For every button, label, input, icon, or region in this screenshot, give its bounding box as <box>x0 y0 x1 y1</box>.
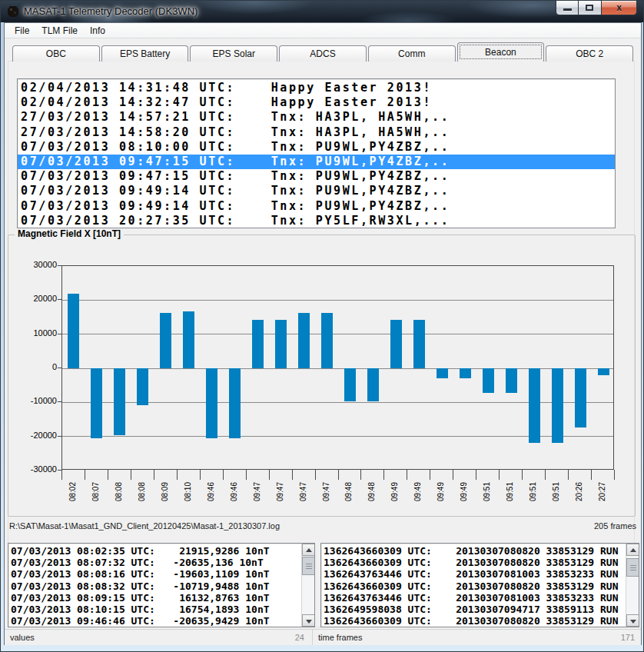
values-list[interactable]: 07/03/2013 08:02:35 UTC: 21915,9286 10nT… <box>8 543 315 627</box>
beacon-list-row[interactable]: 07/03/2013 09:49:14 UTC: Tnx: PU9WL,PY4Z… <box>18 184 615 198</box>
status-frames-count: 171 <box>621 633 635 642</box>
beacon-list-row[interactable]: 27/03/2013 14:58:20 UTC: Tnx: HA3PL, HA5… <box>18 125 615 140</box>
scroll-down-button[interactable] <box>626 614 639 627</box>
frames-list-rows: 1362643660309 UTC: 20130307080820 338531… <box>321 545 639 627</box>
tab-adcs[interactable]: ADCS <box>279 45 367 62</box>
beacon-list-row[interactable]: 07/03/2013 09:49:14 UTC: Tnx: PU9WL,PY4Z… <box>18 199 615 214</box>
beacon-list-row[interactable]: 07/03/2013 08:10:00 UTC: Tnx: PU9WL,PY4Z… <box>18 140 615 155</box>
status-values-count: 24 <box>295 633 304 642</box>
tab-beacon[interactable]: Beacon <box>457 42 545 62</box>
values-list-scrollbar[interactable] <box>301 544 314 627</box>
frames-list-row[interactable]: 1362649598038 UTC: 20130307094717 338591… <box>321 604 639 615</box>
tab-obc-2[interactable]: OBC 2 <box>546 45 633 62</box>
status-values-panel: values 24 <box>5 630 313 645</box>
scroll-down-button[interactable] <box>302 614 315 627</box>
arrow-up-icon <box>630 548 636 552</box>
beacon-list-row[interactable]: 07/03/2013 09:47:15 UTC: Tnx: PU9WL,PY4Z… <box>18 169 615 184</box>
arrow-down-icon <box>306 620 312 624</box>
frames-list-scrollbar[interactable] <box>626 544 639 627</box>
beacon-list-row[interactable]: 27/03/2013 14:57:21 UTC: Tnx: HA3PL, HA5… <box>18 110 615 125</box>
status-bar: values 24 time frames 171 <box>5 629 641 645</box>
menu-file[interactable]: File <box>8 24 35 38</box>
menu-info[interactable]: Info <box>84 24 111 38</box>
window-title: MASAT-1 Telemetry Decoder (DK3WN) <box>24 5 198 17</box>
close-icon: x <box>602 2 636 13</box>
caption-buttons: x <box>556 1 637 15</box>
close-button[interactable]: x <box>601 1 637 15</box>
beacon-list-row[interactable]: 07/03/2013 20:27:35 UTC: Tnx: PY5LF,RW3X… <box>18 214 615 228</box>
maximize-button[interactable] <box>579 1 601 15</box>
minimize-button[interactable] <box>556 1 579 15</box>
frames-list-row[interactable]: 1362643763446 UTC: 20130307081003 338532… <box>321 568 639 580</box>
minimize-icon <box>563 8 572 11</box>
beacon-list-row[interactable]: 07/03/2013 09:47:15 UTC: Tnx: PU9WL,PY4Z… <box>18 155 615 169</box>
status-frames-panel: time frames 171 <box>313 630 641 645</box>
values-list-row[interactable]: 07/03/2013 08:02:35 UTC: 21915,9286 10nT <box>8 545 314 557</box>
tab-eps-solar[interactable]: EPS Solar <box>190 45 277 62</box>
menu-tlm-file[interactable]: TLM File <box>35 24 84 38</box>
chart-groupbox: Magnetic Field X [10nT] <box>8 235 636 517</box>
beacon-message-list[interactable]: 02/04/2013 14:31:48 UTC: Happy Easter 20… <box>17 78 616 228</box>
arrow-up-icon <box>306 548 312 552</box>
status-frames-label: time frames <box>318 633 362 642</box>
scrollbar-thumb[interactable] <box>302 557 315 575</box>
client-area: FileTLM FileInfo OBCEPS BatteryEPS Solar… <box>4 22 642 645</box>
chart-title: Magnetic Field X [10nT] <box>15 228 124 239</box>
beacon-list-row[interactable]: 02/04/2013 14:32:47 UTC: Happy Easter 20… <box>18 95 615 110</box>
values-list-row[interactable]: 07/03/2013 08:07:32 UTC: -20635,136 10nT <box>8 557 314 568</box>
frames-list-row[interactable]: 1362643660309 UTC: 20130307080820 338531… <box>321 545 639 557</box>
values-list-rows: 07/03/2013 08:02:35 UTC: 21915,9286 10nT… <box>8 545 314 627</box>
time-frames-list[interactable]: 1362643660309 UTC: 20130307080820 338531… <box>320 543 639 627</box>
maximize-icon <box>586 5 593 11</box>
menu-bar: FileTLM FileInfo <box>5 23 641 38</box>
tab-strip: OBCEPS BatteryEPS SolarADCSCommBeaconOBC… <box>12 45 633 62</box>
tab-comm[interactable]: Comm <box>368 45 456 62</box>
values-list-row[interactable]: 07/03/2013 08:09:15 UTC: 16132,8763 10nT <box>8 592 314 604</box>
log-file-path: R:\SAT\Masat-1\Masat1_GND_Client_2012042… <box>9 521 280 531</box>
arrow-down-icon <box>630 620 636 624</box>
frames-list-row[interactable]: 1362643660309 UTC: 20130307080820 338531… <box>321 557 639 568</box>
app-icon <box>7 5 19 18</box>
beacon-list-row[interactable]: 02/04/2013 14:31:48 UTC: Happy Easter 20… <box>18 81 615 95</box>
values-list-row[interactable]: 07/03/2013 09:46:46 UTC: -20635,9429 10n… <box>8 615 314 627</box>
values-list-row[interactable]: 07/03/2013 08:10:15 UTC: 16754,1893 10nT <box>8 604 314 615</box>
values-list-row[interactable]: 07/03/2013 08:08:16 UTC: -19603,1109 10n… <box>8 568 314 580</box>
title-bar[interactable]: MASAT-1 Telemetry Decoder (DK3WN) x <box>1 1 643 22</box>
frames-count-label: 205 frames <box>594 521 636 531</box>
values-list-row[interactable]: 07/03/2013 08:08:32 UTC: -10719,9488 10n… <box>8 580 314 592</box>
frames-list-row[interactable]: 1362643660309 UTC: 20130307080820 338531… <box>321 615 639 627</box>
tab-eps-battery[interactable]: EPS Battery <box>101 45 189 62</box>
status-values-label: values <box>10 633 35 642</box>
scroll-up-button[interactable] <box>626 544 639 556</box>
scrollbar-thumb[interactable] <box>626 558 639 577</box>
app-window: MASAT-1 Telemetry Decoder (DK3WN) x File… <box>0 0 644 652</box>
frames-list-row[interactable]: 1362643763446 UTC: 20130307081003 338532… <box>321 592 639 604</box>
scroll-up-button[interactable] <box>302 544 315 556</box>
frames-list-row[interactable]: 1362643660309 UTC: 20130307080820 338531… <box>321 580 639 592</box>
tab-obc[interactable]: OBC <box>12 45 100 62</box>
